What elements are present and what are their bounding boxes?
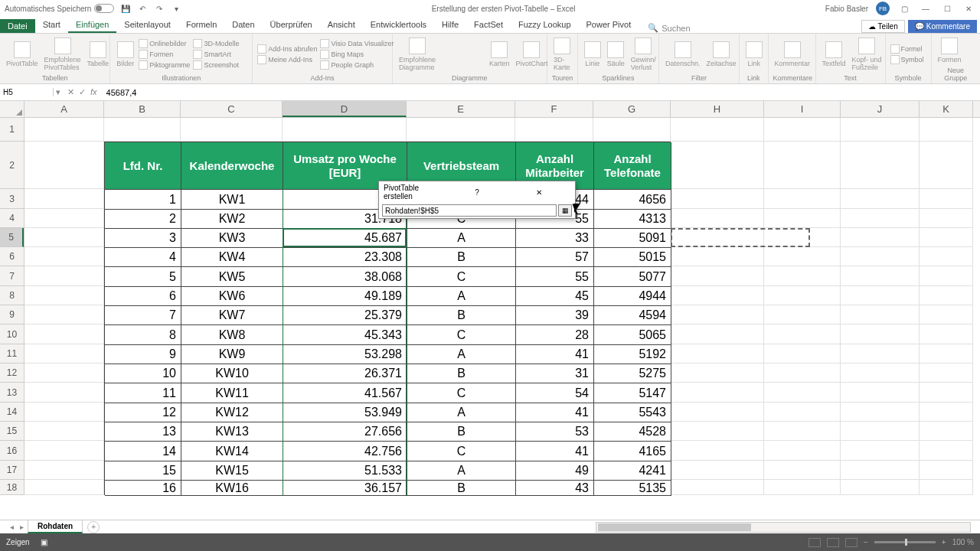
table-cell[interactable]: 38.068 bbox=[283, 267, 407, 287]
tab-start[interactable]: Start bbox=[35, 18, 68, 33]
table-cell[interactable]: 49 bbox=[516, 461, 594, 481]
table-cell[interactable]: 45.343 bbox=[283, 325, 407, 345]
macro-record-icon[interactable]: ▣ bbox=[41, 538, 47, 546]
table-cell[interactable]: 41 bbox=[516, 403, 594, 422]
tab-überprüfen[interactable]: Überprüfen bbox=[263, 18, 320, 33]
online-pictures-button[interactable]: Onlinebilder bbox=[139, 38, 190, 49]
row-header[interactable]: 15 bbox=[0, 422, 24, 441]
row-header[interactable]: 10 bbox=[0, 324, 24, 344]
table-cell[interactable]: B bbox=[407, 248, 516, 267]
row-header[interactable]: 17 bbox=[0, 461, 24, 480]
row-header[interactable]: 14 bbox=[0, 403, 24, 422]
table-cell[interactable]: 4313 bbox=[594, 210, 671, 229]
table-cell[interactable]: 4241 bbox=[594, 461, 671, 481]
view-page-layout-icon[interactable] bbox=[827, 538, 839, 547]
table-cell[interactable]: 7 bbox=[105, 306, 181, 325]
tab-fuzzy-lookup[interactable]: Fuzzy Lookup bbox=[511, 18, 578, 33]
column-header[interactable]: D bbox=[283, 101, 407, 117]
fx-icon[interactable]: fx bbox=[90, 87, 97, 97]
table-cell[interactable]: KW8 bbox=[181, 325, 283, 345]
tab-seitenlayout[interactable]: Seitenlayout bbox=[116, 18, 178, 33]
equation-button[interactable]: Formel bbox=[890, 44, 924, 54]
range-input[interactable] bbox=[382, 204, 557, 217]
shapes-group-button[interactable]: Formen bbox=[936, 36, 963, 65]
accept-formula-icon[interactable]: ✓ bbox=[79, 87, 86, 97]
table-cell[interactable]: 16 bbox=[105, 481, 181, 496]
bing-maps-button[interactable]: Bing Maps bbox=[320, 49, 394, 60]
screenshot-button[interactable]: Screenshot bbox=[193, 60, 239, 70]
table-cell[interactable]: 53.298 bbox=[283, 345, 407, 364]
link-button[interactable]: Link bbox=[744, 40, 764, 69]
table-cell[interactable]: KW7 bbox=[181, 306, 283, 325]
table-cell[interactable]: 33 bbox=[516, 229, 594, 248]
collapse-dialog-icon[interactable]: ▦ bbox=[558, 204, 572, 217]
table-cell[interactable]: 4944 bbox=[594, 287, 671, 306]
row-header[interactable]: 5 bbox=[0, 228, 24, 247]
header-footer-button[interactable]: Kopf- und Fußzeile bbox=[851, 36, 884, 73]
select-all-button[interactable] bbox=[0, 101, 24, 118]
table-cell[interactable]: 31 bbox=[516, 364, 594, 383]
column-header[interactable]: E bbox=[407, 101, 515, 117]
row-header[interactable]: 6 bbox=[0, 247, 24, 266]
table-cell[interactable]: 5275 bbox=[594, 364, 671, 383]
table-cell[interactable]: 4165 bbox=[594, 442, 671, 461]
visio-button[interactable]: Visio Data Visualizer bbox=[320, 38, 394, 49]
table-cell[interactable]: 43 bbox=[516, 481, 594, 496]
table-cell[interactable]: 42.756 bbox=[283, 442, 407, 461]
row-header[interactable]: 11 bbox=[0, 344, 24, 364]
dialog-help-icon[interactable]: ? bbox=[446, 188, 508, 197]
row-header[interactable]: 13 bbox=[0, 383, 24, 403]
table-cell[interactable]: 26.371 bbox=[283, 364, 407, 383]
table-cell[interactable]: KW15 bbox=[181, 461, 283, 481]
table-cell[interactable]: 4528 bbox=[594, 422, 671, 442]
column-header[interactable]: A bbox=[24, 101, 104, 117]
tab-formeln[interactable]: Formeln bbox=[178, 18, 224, 33]
table-cell[interactable]: 12 bbox=[105, 403, 181, 422]
table-cell[interactable]: 2 bbox=[105, 210, 181, 229]
table-cell[interactable]: A bbox=[407, 461, 516, 481]
ribbon-display-icon[interactable]: ▢ bbox=[897, 3, 911, 14]
table-cell[interactable]: KW2 bbox=[181, 210, 283, 229]
table-cell[interactable]: 4 bbox=[105, 248, 181, 267]
table-cell[interactable]: 53 bbox=[516, 422, 594, 442]
table-cell[interactable]: 41.567 bbox=[283, 383, 407, 403]
table-cell[interactable]: 45 bbox=[516, 287, 594, 306]
name-dropdown-icon[interactable]: ▾ bbox=[54, 87, 63, 97]
avatar[interactable]: FB bbox=[876, 2, 890, 15]
tab-factset[interactable]: FactSet bbox=[466, 18, 511, 33]
table-cell[interactable]: 5091 bbox=[594, 229, 671, 248]
table-cell[interactable]: 53.949 bbox=[283, 403, 407, 422]
save-icon[interactable]: 💾 bbox=[120, 3, 131, 14]
table-cell[interactable]: B bbox=[407, 481, 516, 496]
dialog-close-icon[interactable]: ✕ bbox=[508, 188, 570, 197]
undo-icon[interactable]: ↶ bbox=[137, 3, 148, 14]
row-header[interactable]: 16 bbox=[0, 441, 24, 461]
get-addins-button[interactable]: Add-Ins abrufen bbox=[257, 44, 317, 54]
table-cell[interactable]: 13 bbox=[105, 422, 181, 442]
pivottable-button[interactable]: PivotTable bbox=[5, 40, 40, 69]
maximize-icon[interactable]: ☐ bbox=[940, 3, 954, 14]
table-cell[interactable]: 11 bbox=[105, 383, 181, 403]
column-header[interactable]: G bbox=[593, 101, 671, 117]
table-cell[interactable]: 27.656 bbox=[283, 422, 407, 442]
table-cell[interactable]: 10 bbox=[105, 364, 181, 383]
tab-daten[interactable]: Daten bbox=[224, 18, 262, 33]
table-cell[interactable]: KW9 bbox=[181, 345, 283, 364]
column-header[interactable]: H bbox=[671, 101, 764, 117]
sparkline-column-button[interactable]: Säule bbox=[606, 40, 626, 69]
column-header[interactable]: F bbox=[515, 101, 593, 117]
search-box[interactable]: 🔍 Suchen bbox=[639, 23, 690, 33]
table-cell[interactable]: KW5 bbox=[181, 267, 283, 287]
table-cell[interactable]: 3 bbox=[105, 229, 181, 248]
table-cell[interactable]: A bbox=[407, 345, 516, 364]
cancel-formula-icon[interactable]: ✕ bbox=[67, 87, 74, 97]
tab-einfügen[interactable]: Einfügen bbox=[68, 18, 116, 33]
column-header[interactable]: I bbox=[764, 101, 841, 117]
table-cell[interactable]: A bbox=[407, 229, 516, 248]
table-cell[interactable]: 39 bbox=[516, 306, 594, 325]
icons-button[interactable]: Piktogramme bbox=[139, 60, 190, 70]
tab-file[interactable]: Datei bbox=[0, 19, 35, 33]
textbox-button[interactable]: Textfeld bbox=[821, 40, 848, 69]
autosave-toggle[interactable] bbox=[94, 4, 114, 13]
tab-ansicht[interactable]: Ansicht bbox=[320, 18, 363, 33]
